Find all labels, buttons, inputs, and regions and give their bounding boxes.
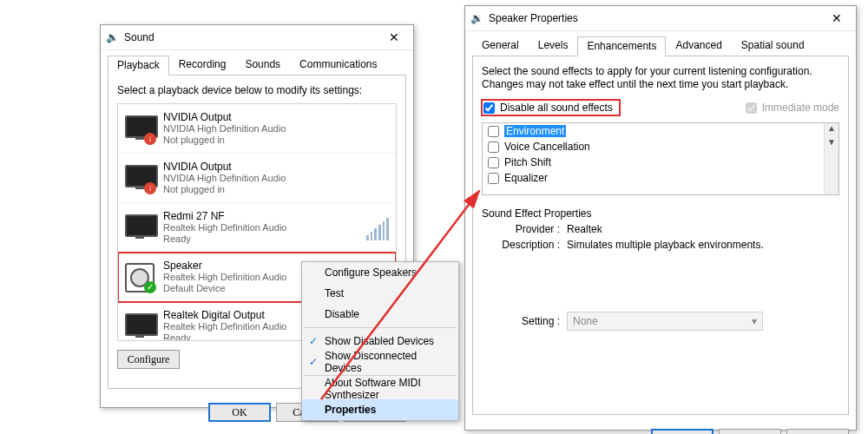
- speaker-titlebar[interactable]: 🔉 Speaker Properties ✕: [465, 6, 856, 31]
- effect-checkbox[interactable]: [488, 157, 499, 168]
- effect-checkbox[interactable]: [488, 173, 499, 184]
- setting-dropdown[interactable]: None: [567, 312, 763, 331]
- effect-properties-header: Sound Effect Properties: [482, 207, 839, 220]
- sound-tabs: Playback Recording Sounds Communications: [101, 50, 413, 75]
- effect-checkbox[interactable]: [488, 141, 499, 153]
- monitor-icon: ↓: [125, 114, 155, 143]
- effect-item[interactable]: Pitch Shift: [483, 155, 838, 170]
- effect-item-environment[interactable]: Environment: [483, 123, 838, 139]
- sound-title: Sound: [124, 31, 380, 43]
- monitor-icon: [125, 312, 155, 341]
- enh-description: Select the sound effects to apply for yo…: [482, 65, 839, 91]
- menu-show-disconnected[interactable]: ✓Show Disconnected Devices: [302, 352, 458, 372]
- tab-playback[interactable]: Playback: [108, 56, 169, 76]
- menu-disable[interactable]: Disable: [302, 304, 458, 325]
- effects-list[interactable]: Environment Voice Cancellation Pitch Shi…: [482, 122, 839, 195]
- menu-properties[interactable]: Properties: [302, 399, 458, 420]
- ok-button[interactable]: OK: [651, 429, 713, 434]
- check-icon: ✓: [306, 335, 321, 347]
- effect-checkbox[interactable]: [488, 126, 499, 137]
- tab-sounds[interactable]: Sounds: [235, 55, 290, 75]
- menu-separator: [304, 327, 457, 328]
- disable-all-checkbox[interactable]: [483, 102, 495, 114]
- menu-separator: [304, 375, 457, 376]
- level-meter-icon: [366, 214, 389, 240]
- apply-button[interactable]: Apply: [786, 429, 849, 434]
- effect-item[interactable]: Voice Cancellation: [483, 139, 838, 155]
- device-name: NVIDIA Output: [163, 111, 389, 123]
- description-value: Simulates multiple playback environments…: [567, 239, 764, 251]
- speaker-title: Speaker Properties: [489, 12, 823, 24]
- immediate-mode: Immediate mode: [746, 102, 839, 114]
- speaker-glyph-icon: 🔉: [470, 12, 483, 24]
- menu-configure-speakers[interactable]: Configure Speakers: [302, 262, 458, 283]
- speaker-tabs: General Levels Enhancements Advanced Spa…: [465, 31, 856, 56]
- scroll-down-icon[interactable]: ▼: [825, 137, 838, 151]
- device-row[interactable]: Redmi 27 NF Realtek High Definition Audi…: [118, 203, 396, 253]
- speaker-icon: ✓: [125, 262, 155, 292]
- check-icon: ✓: [306, 356, 321, 368]
- scroll-up-icon[interactable]: ▲: [825, 123, 838, 137]
- tab-levels[interactable]: Levels: [529, 36, 578, 56]
- tab-spatial[interactable]: Spatial sound: [732, 36, 814, 56]
- device-context-menu[interactable]: Configure Speakers Test Disable ✓Show Di…: [301, 261, 459, 421]
- configure-button[interactable]: Configure: [117, 350, 180, 369]
- tab-advanced[interactable]: Advanced: [666, 36, 731, 56]
- speaker-glyph-icon: 🔉: [106, 31, 119, 43]
- close-icon[interactable]: ✕: [823, 10, 851, 27]
- sound-instruction: Select a playback device below to modify…: [117, 84, 397, 96]
- menu-show-disabled[interactable]: ✓Show Disabled Devices: [302, 331, 458, 352]
- sound-titlebar[interactable]: 🔉 Sound ✕: [101, 25, 413, 50]
- close-icon[interactable]: ✕: [380, 29, 408, 46]
- cancel-button[interactable]: Cancel: [719, 429, 781, 434]
- monitor-icon: [125, 213, 155, 242]
- scrollbar[interactable]: ▲ ▼: [824, 123, 838, 194]
- tab-recording[interactable]: Recording: [169, 55, 236, 75]
- tab-general[interactable]: General: [472, 36, 529, 56]
- effect-item[interactable]: Equalizer: [483, 170, 838, 186]
- ok-button[interactable]: OK: [208, 403, 271, 422]
- speaker-buttons: OK Cancel Apply: [465, 422, 856, 434]
- provider-value: Realtek: [567, 223, 602, 235]
- menu-test[interactable]: Test: [302, 283, 458, 304]
- speaker-properties-window: 🔉 Speaker Properties ✕ General Levels En…: [464, 5, 857, 431]
- effect-properties: Sound Effect Properties Provider :Realte…: [482, 207, 839, 331]
- monitor-icon: ↓: [125, 163, 155, 193]
- immediate-checkbox: [746, 102, 757, 114]
- tab-comm[interactable]: Communications: [290, 55, 386, 75]
- device-row[interactable]: ↓ NVIDIA Output NVIDIA High Definition A…: [118, 154, 396, 203]
- tab-enhancements[interactable]: Enhancements: [577, 36, 666, 56]
- menu-about-midi[interactable]: About Software MIDI Synthesizer: [302, 378, 458, 399]
- device-row[interactable]: ↓ NVIDIA Output NVIDIA High Definition A…: [118, 104, 396, 154]
- enhancements-body: Select the sound effects to apply for yo…: [472, 56, 849, 415]
- disable-all-effects[interactable]: Disable all sound effects: [482, 100, 620, 115]
